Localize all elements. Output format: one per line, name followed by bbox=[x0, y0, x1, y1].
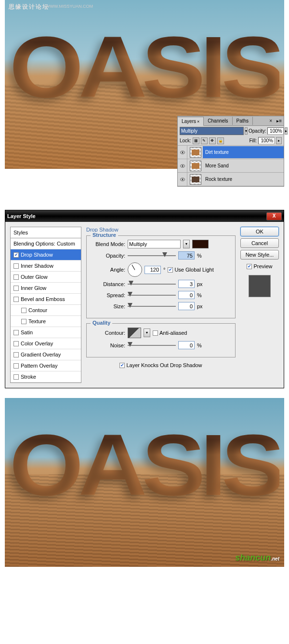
opacity-label: Opacity: bbox=[92, 253, 125, 259]
style-item-stroke[interactable]: Stroke bbox=[11, 371, 81, 383]
style-item-contour[interactable]: Contour bbox=[11, 305, 81, 316]
layer-item-more-sand[interactable]: More Sand bbox=[178, 159, 284, 173]
style-item-gradient-overlay[interactable]: Gradient Overlay bbox=[11, 349, 81, 360]
style-checkbox[interactable] bbox=[13, 263, 19, 269]
tab-paths[interactable]: Paths bbox=[233, 117, 253, 125]
layer-name[interactable]: Dirt texture bbox=[203, 146, 284, 158]
opacity-unit: % bbox=[197, 253, 202, 259]
visibility-toggle-icon[interactable] bbox=[178, 159, 187, 173]
panel-menu-icon[interactable]: ▸≡ bbox=[275, 118, 284, 123]
style-checkbox[interactable] bbox=[21, 319, 26, 324]
layer-thumbnail[interactable] bbox=[190, 147, 201, 158]
svg-point-5 bbox=[182, 178, 183, 180]
contour-dropdown-icon[interactable]: ▼ bbox=[144, 329, 150, 337]
opacity-flyout-icon[interactable]: ▸ bbox=[285, 127, 288, 135]
styles-header[interactable]: Styles bbox=[11, 227, 81, 238]
style-checkbox[interactable] bbox=[13, 297, 19, 302]
size-slider[interactable] bbox=[128, 303, 176, 310]
fill-label: Fill: bbox=[249, 138, 257, 143]
distance-slider[interactable] bbox=[128, 281, 176, 288]
style-item-drop-shadow[interactable]: Drop Shadow bbox=[11, 249, 81, 260]
layers-panel: Layers× Channels Paths × ▸≡ ▾ Opacity: ▸… bbox=[177, 116, 284, 187]
lock-position-icon[interactable]: ✥ bbox=[209, 137, 216, 144]
style-checkbox[interactable] bbox=[13, 274, 19, 280]
contour-picker[interactable] bbox=[128, 328, 141, 338]
style-item-bevel-and-emboss[interactable]: Bevel and Emboss bbox=[11, 294, 81, 305]
style-label: Gradient Overlay bbox=[21, 352, 61, 357]
layer-knocks-out-checkbox[interactable]: Layer Knocks Out Drop Shadow bbox=[119, 362, 202, 368]
oasis-3d-text: OASIS bbox=[9, 415, 279, 515]
noise-slider[interactable] bbox=[128, 342, 176, 349]
layer-thumbnail[interactable] bbox=[190, 174, 201, 185]
cancel-button[interactable]: Cancel bbox=[240, 238, 279, 248]
lock-paint-icon[interactable]: ✎ bbox=[201, 137, 208, 144]
angle-dial[interactable] bbox=[128, 262, 142, 277]
style-item-color-overlay[interactable]: Color Overlay bbox=[11, 338, 81, 349]
tab-layers[interactable]: Layers× bbox=[178, 117, 204, 126]
dialog-titlebar[interactable]: Layer Style X bbox=[5, 210, 284, 222]
opacity-input[interactable] bbox=[267, 127, 284, 135]
blend-mode-dropdown-icon[interactable]: ▾ bbox=[245, 127, 248, 135]
fill-input[interactable] bbox=[258, 137, 275, 144]
global-light-checkbox[interactable]: Use Global Light bbox=[168, 267, 213, 273]
opacity-label: Opacity: bbox=[249, 128, 266, 134]
lock-transparency-icon[interactable]: ▦ bbox=[193, 137, 199, 144]
lock-all-icon[interactable]: 🔒 bbox=[217, 137, 224, 144]
visibility-toggle-icon[interactable] bbox=[178, 173, 187, 186]
layer-item-dirt-texture[interactable]: Dirt texture bbox=[178, 146, 284, 159]
style-checkbox[interactable] bbox=[21, 308, 26, 313]
opacity-input[interactable] bbox=[178, 251, 195, 260]
style-item-satin[interactable]: Satin bbox=[11, 327, 81, 338]
style-item-inner-glow[interactable]: Inner Glow bbox=[11, 283, 81, 294]
size-input[interactable] bbox=[178, 302, 195, 310]
blend-mode-select[interactable] bbox=[180, 127, 244, 135]
style-checkbox[interactable] bbox=[13, 341, 19, 346]
style-checkbox[interactable] bbox=[13, 286, 19, 291]
new-style-button[interactable]: New Style... bbox=[240, 250, 279, 260]
visibility-toggle-icon[interactable] bbox=[178, 146, 187, 159]
layer-name[interactable]: Rock texture bbox=[203, 173, 284, 185]
style-label: Inner Glow bbox=[21, 285, 46, 291]
blend-mode-label: Blend Mode: bbox=[92, 241, 125, 247]
style-checkbox[interactable] bbox=[13, 363, 19, 369]
style-label: Stroke bbox=[21, 374, 36, 380]
dialog-close-button[interactable]: X bbox=[266, 212, 282, 220]
dropdown-arrow-icon[interactable]: ▼ bbox=[183, 240, 190, 248]
panel-close-icon[interactable]: × bbox=[267, 118, 275, 123]
style-checkbox[interactable] bbox=[13, 252, 19, 258]
distance-input[interactable] bbox=[178, 280, 195, 288]
tab-channels[interactable]: Channels bbox=[204, 117, 232, 125]
shadow-color-swatch[interactable] bbox=[192, 240, 209, 248]
watermark-url: WWW.MISSYUAN.COM bbox=[46, 4, 93, 9]
spread-slider[interactable] bbox=[128, 292, 176, 299]
watermark-shancun: shancun.net bbox=[235, 553, 279, 563]
layer-thumbnail[interactable] bbox=[190, 161, 201, 171]
contour-label: Contour: bbox=[92, 330, 125, 336]
noise-input[interactable] bbox=[178, 341, 195, 349]
blend-mode-dropdown[interactable] bbox=[128, 240, 181, 248]
style-checkbox[interactable] bbox=[13, 352, 19, 357]
fill-flyout-icon[interactable]: ▸ bbox=[276, 137, 282, 144]
ok-button[interactable]: OK bbox=[240, 227, 279, 236]
style-checkbox[interactable] bbox=[13, 330, 19, 335]
style-label: Satin bbox=[21, 329, 33, 335]
angle-label: Angle: bbox=[92, 267, 125, 273]
style-item-texture[interactable]: Texture bbox=[11, 316, 81, 327]
style-label: Outer Glow bbox=[21, 274, 48, 280]
style-item-inner-shadow[interactable]: Inner Shadow bbox=[11, 260, 81, 272]
style-item-pattern-overlay[interactable]: Pattern Overlay bbox=[11, 360, 81, 371]
preview-checkbox[interactable]: Preview bbox=[240, 263, 279, 269]
layer-name[interactable]: More Sand bbox=[203, 160, 284, 172]
dialog-title: Layer Style bbox=[7, 213, 36, 219]
anti-aliased-checkbox[interactable]: Anti-aliased bbox=[153, 330, 187, 336]
style-label: Bevel and Emboss bbox=[21, 296, 65, 302]
style-item-outer-glow[interactable]: Outer Glow bbox=[11, 272, 81, 283]
watermark-forum: 思缘设计论坛 bbox=[9, 3, 49, 11]
style-checkbox[interactable] bbox=[13, 374, 19, 380]
close-tab-icon[interactable]: × bbox=[197, 119, 199, 124]
opacity-slider[interactable] bbox=[128, 252, 176, 259]
layer-item-rock-texture[interactable]: Rock texture bbox=[178, 173, 284, 186]
spread-input[interactable] bbox=[178, 291, 195, 299]
blending-options-item[interactable]: Blending Options: Custom bbox=[11, 238, 81, 249]
angle-input[interactable] bbox=[144, 266, 161, 274]
